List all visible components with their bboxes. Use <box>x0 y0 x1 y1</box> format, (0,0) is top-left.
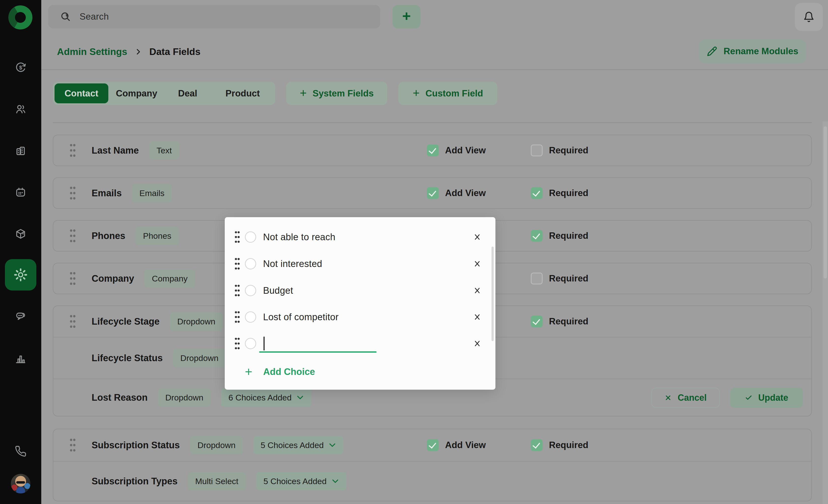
drag-handle-icon[interactable] <box>70 185 76 201</box>
field-label: Lifecycle Stage <box>92 316 160 327</box>
contacts-icon <box>15 103 27 115</box>
field-row-subscription-status: Subscription Status Dropdown 5 Choices A… <box>53 429 811 462</box>
remove-choice-button[interactable] <box>471 258 483 270</box>
close-icon <box>473 287 481 294</box>
choice-radio[interactable] <box>245 258 256 269</box>
popover-scrollbar[interactable] <box>492 246 494 341</box>
field-card-emails: Emails Emails Add View Required <box>53 177 812 209</box>
drag-handle-icon[interactable] <box>70 228 76 244</box>
page-scrollbar-thumb[interactable] <box>824 126 827 278</box>
sidebar-item-settings-active[interactable] <box>5 259 36 290</box>
drag-handle-icon[interactable] <box>235 283 240 297</box>
bell-icon <box>803 11 815 22</box>
remove-choice-button[interactable] <box>471 285 483 296</box>
search-icon <box>60 11 71 22</box>
chevron-down-icon <box>332 479 339 484</box>
new-choice-input[interactable] <box>259 351 377 353</box>
check-icon <box>745 394 752 402</box>
choice-radio[interactable] <box>245 285 256 296</box>
field-label: Emails <box>92 188 122 198</box>
choices-dropdown-badge[interactable]: 5 Choices Added <box>256 472 346 490</box>
breadcrumb-admin-settings[interactable]: Admin Settings <box>57 46 127 57</box>
drag-handle-icon[interactable] <box>235 336 240 351</box>
remove-choice-button[interactable] <box>471 231 483 243</box>
cancel-button[interactable]: Cancel <box>651 388 720 408</box>
search-input[interactable]: Search <box>48 5 380 29</box>
field-card-last-name: Last Name Text Add View Required <box>53 135 812 166</box>
drag-handle-icon[interactable] <box>235 230 240 244</box>
breadcrumb: Admin Settings Data Fields <box>57 41 200 62</box>
required-checkbox[interactable] <box>531 316 543 327</box>
close-icon <box>664 394 672 402</box>
required-group: Required <box>531 273 588 284</box>
header-divider <box>41 70 828 70</box>
sidebar-item-calls[interactable] <box>0 440 41 463</box>
tab-contact[interactable]: Contact <box>54 83 108 103</box>
plus-icon: + <box>413 87 419 99</box>
sidebar-item-products[interactable] <box>0 223 41 245</box>
pencil-icon <box>707 46 717 56</box>
required-checkbox[interactable] <box>531 439 543 451</box>
close-icon <box>473 339 481 348</box>
add-view-group: Add View <box>427 187 486 199</box>
choices-dropdown-badge[interactable]: 5 Choices Added <box>253 436 343 454</box>
add-choice-button[interactable]: + Add Choice <box>225 358 495 385</box>
add-view-checkbox[interactable] <box>427 187 439 199</box>
tab-deal[interactable]: Deal <box>165 82 210 105</box>
rename-modules-button[interactable]: Rename Modules <box>699 39 806 63</box>
custom-field-button[interactable]: + Custom Field <box>399 82 497 105</box>
field-type-badge: Text <box>149 141 179 159</box>
choices-dropdown-badge[interactable]: 6 Choices Added <box>221 388 311 407</box>
dropdown-choices-popover: Not able to reach Not interested Budget … <box>225 217 495 390</box>
choice-radio[interactable] <box>245 231 256 243</box>
choice-row: Not interested <box>225 250 495 277</box>
required-checkbox[interactable] <box>531 273 543 284</box>
remove-choice-button[interactable] <box>471 311 483 323</box>
required-group: Required <box>531 187 588 199</box>
drag-handle-icon[interactable] <box>70 437 76 453</box>
drag-handle-icon[interactable] <box>70 314 76 329</box>
drag-handle-icon[interactable] <box>70 271 76 286</box>
update-button[interactable]: Update <box>730 388 803 408</box>
plus-icon: + <box>402 9 411 24</box>
sidebar-item-sales[interactable]: $ <box>0 56 41 79</box>
tab-product[interactable]: Product <box>210 82 275 105</box>
user-avatar[interactable] <box>11 474 31 494</box>
page-scrollbar[interactable] <box>823 122 828 504</box>
required-checkbox[interactable] <box>531 230 543 242</box>
sidebar-item-calendar[interactable] <box>0 181 41 203</box>
choice-row: Budget <box>225 277 495 304</box>
remove-choice-button[interactable] <box>471 338 483 350</box>
module-tabs: Contact Company Deal Product <box>53 82 275 105</box>
required-checkbox[interactable] <box>531 187 543 199</box>
add-view-checkbox[interactable] <box>427 144 439 156</box>
sidebar-item-conversations[interactable] <box>0 305 41 327</box>
add-view-checkbox[interactable] <box>427 439 439 451</box>
field-type-badge: Company <box>144 269 195 287</box>
close-icon <box>473 313 481 321</box>
drag-handle-icon[interactable] <box>235 257 240 271</box>
choice-row: Lost of competitor <box>225 304 495 330</box>
notifications-button[interactable] <box>795 3 823 31</box>
gear-icon <box>13 268 28 282</box>
system-fields-button[interactable]: + System Fields <box>286 82 387 105</box>
handle-spacer <box>70 473 76 489</box>
chevron-down-icon <box>329 443 336 448</box>
field-row-subscription-types: Subscription Types Multi Select 5 Choice… <box>53 462 811 501</box>
choice-radio[interactable] <box>245 338 256 349</box>
sidebar-item-analytics[interactable] <box>0 347 41 370</box>
field-type-badge: Multi Select <box>188 472 246 490</box>
chat-icon <box>15 310 27 322</box>
quick-add-button[interactable]: + <box>392 5 420 29</box>
sidebar-item-companies[interactable] <box>0 140 41 162</box>
add-view-group: Add View <box>427 439 486 451</box>
drag-handle-icon[interactable] <box>235 310 240 324</box>
sidebar-item-contacts[interactable] <box>0 98 41 121</box>
tab-company[interactable]: Company <box>108 82 165 105</box>
brand-logo[interactable] <box>8 5 32 30</box>
drag-handle-icon[interactable] <box>70 143 76 158</box>
revenue-refresh-icon: $ <box>15 61 27 73</box>
bar-chart-icon <box>15 353 27 364</box>
choice-radio[interactable] <box>245 311 256 323</box>
required-checkbox[interactable] <box>531 144 543 156</box>
